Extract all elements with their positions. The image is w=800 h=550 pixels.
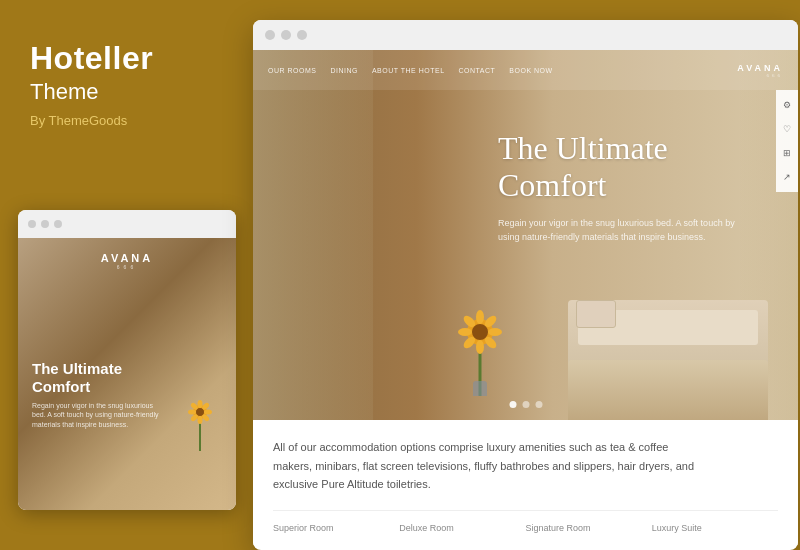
svg-point-16 (488, 328, 502, 336)
small-browser-mockup: AVANA 666 (18, 210, 236, 510)
curtain-left (253, 50, 373, 420)
right-dot-1 (265, 30, 275, 40)
small-browser-content: AVANA 666 (18, 238, 236, 510)
right-bottom-content: All of our accommodation options compris… (253, 420, 798, 545)
room-tab-superior[interactable]: Superior Room (273, 523, 399, 533)
share-icon[interactable]: ↗ (780, 170, 794, 184)
svg-point-2 (196, 408, 204, 416)
right-hero-body: Regain your vigor in the snug luxurious … (498, 216, 738, 245)
right-hotel-logo: AVANA 666 (737, 63, 783, 78)
small-browser-bar (18, 210, 236, 238)
hero-dot-3[interactable] (535, 401, 542, 408)
small-hero-text: The UltimateComfort Regain your vigor in… (32, 360, 162, 430)
dot-3 (54, 220, 62, 228)
right-dot-2 (281, 30, 291, 40)
svg-point-18 (476, 340, 484, 354)
nav-item-contact[interactable]: CONTACT (459, 67, 496, 74)
hero-text-overlay: The UltimateComfort Regain your vigor in… (498, 130, 738, 244)
right-nav: OUR ROOMS DINING ABOUT THE HOTEL CONTACT… (253, 50, 798, 90)
amenities-text: All of our accommodation options compris… (273, 438, 703, 494)
right-sunflower (453, 306, 508, 400)
nav-item-about[interactable]: ABOUT THE HOTEL (372, 67, 445, 74)
settings-icon[interactable]: ⚙ (780, 98, 794, 112)
room-tab-luxury[interactable]: Luxury Suite (652, 523, 778, 533)
right-browser-bar (253, 20, 798, 50)
hero-dot-2[interactable] (522, 401, 529, 408)
small-sunflower (183, 396, 218, 455)
right-panel-icons: ⚙ ♡ ⊞ ↗ (776, 90, 798, 192)
brand-title: Hoteller (30, 40, 215, 77)
svg-point-7 (198, 416, 203, 424)
right-browser-mockup: OUR ROOMS DINING ABOUT THE HOTEL CONTACT… (253, 20, 798, 550)
left-panel: Hoteller Theme By ThemeGoods AVANA 666 (0, 0, 245, 550)
room-tab-deluxe[interactable]: Deluxe Room (399, 523, 525, 533)
svg-point-20 (458, 328, 472, 336)
right-hero-title: The UltimateComfort (498, 130, 738, 204)
nav-item-rooms[interactable]: OUR ROOMS (268, 67, 316, 74)
nav-items: OUR ROOMS DINING ABOUT THE HOTEL CONTACT… (268, 67, 737, 74)
svg-point-13 (472, 324, 488, 340)
small-hotel-logo: AVANA 666 (101, 252, 153, 270)
room-tab-signature[interactable]: Signature Room (526, 523, 652, 533)
brand-by: By ThemeGoods (30, 113, 215, 128)
svg-point-9 (188, 410, 196, 415)
nav-item-book[interactable]: BOOK NOW (509, 67, 552, 74)
room-tabs: Superior Room Deluxe Room Signature Room… (273, 510, 778, 533)
bed-area (568, 300, 768, 420)
brand-subtitle: Theme (30, 79, 215, 105)
svg-point-14 (476, 310, 484, 324)
right-dot-3 (297, 30, 307, 40)
right-hero: OUR ROOMS DINING ABOUT THE HOTEL CONTACT… (253, 50, 798, 420)
nav-item-dining[interactable]: DINING (330, 67, 358, 74)
hero-dots (509, 401, 542, 408)
svg-rect-22 (473, 381, 487, 396)
hero-dot-1[interactable] (509, 401, 516, 408)
heart-icon[interactable]: ♡ (780, 122, 794, 136)
svg-point-5 (204, 410, 212, 415)
svg-point-3 (198, 400, 203, 408)
grid-icon[interactable]: ⊞ (780, 146, 794, 160)
small-hero-title: The UltimateComfort (32, 360, 162, 396)
dot-1 (28, 220, 36, 228)
dot-2 (41, 220, 49, 228)
